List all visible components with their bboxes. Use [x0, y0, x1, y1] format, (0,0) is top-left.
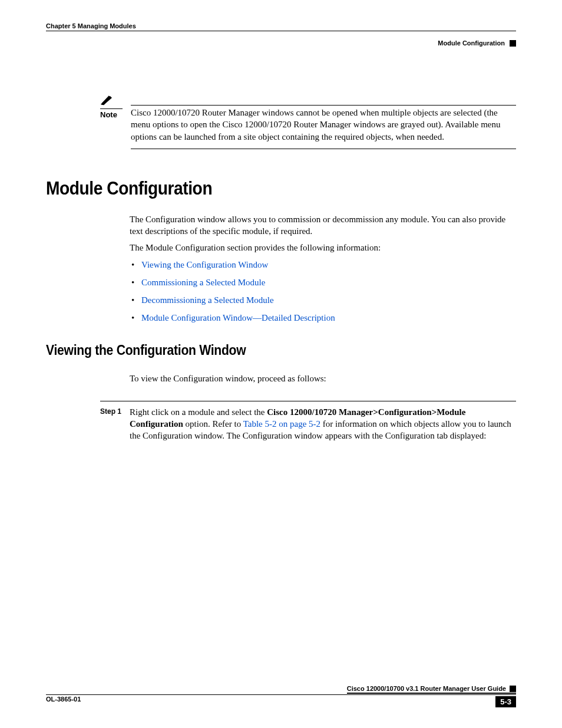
page-footer: OL-3865-01 Cisco 12000/10700 v3.1 Router… — [46, 685, 516, 707]
footer-marker-icon — [510, 686, 516, 692]
note-label: Note — [100, 108, 123, 119]
link-detailed-description[interactable]: Module Configuration Window—Detailed Des… — [141, 313, 335, 322]
step-1-block: Step 1 Right click on a module and selec… — [100, 401, 516, 442]
step-1-pre-text: Right click on a module and select the — [130, 407, 267, 417]
bullet-item: Decommissioning a Selected Module — [130, 294, 516, 306]
step-1-mid-text: option. Refer to — [183, 419, 243, 429]
heading-viewing-config-window: Viewing the Configuration Window — [46, 342, 459, 358]
header-marker-icon — [510, 40, 516, 47]
note-text: Cisco 12000/10720 Router Manager windows… — [131, 107, 516, 143]
footer-ol-number: OL-3865-01 — [46, 685, 81, 703]
intro-paragraph-2: The Module Configuration section provide… — [130, 242, 516, 253]
link-commissioning[interactable]: Commissioning a Selected Module — [141, 278, 265, 287]
intro-paragraph-1: The Configuration window allows you to c… — [130, 213, 516, 238]
page-header: Chapter 5 Managing Modules — [46, 22, 516, 31]
link-table-ref[interactable]: Table 5-2 on page 5-2 — [243, 419, 320, 429]
link-viewing-config[interactable]: Viewing the Configuration Window — [141, 260, 268, 269]
footer-guide-title: Cisco 12000/10700 v3.1 Router Manager Us… — [347, 685, 506, 692]
bullet-list: Viewing the Configuration Window Commiss… — [130, 259, 516, 324]
step-1-label: Step 1 — [100, 406, 130, 416]
link-decommissioning[interactable]: Decommissioning a Selected Module — [141, 295, 274, 305]
header-section-row: Module Configuration — [46, 39, 516, 47]
bullet-item: Commissioning a Selected Module — [130, 276, 516, 288]
step-1-text: Right click on a module and select the C… — [130, 406, 516, 442]
header-section: Module Configuration — [438, 39, 505, 47]
heading-module-configuration: Module Configuration — [46, 177, 459, 199]
page-number: 5-3 — [495, 696, 516, 707]
header-chapter: Chapter 5 Managing Modules — [46, 22, 136, 29]
bullet-item: Module Configuration Window—Detailed Des… — [130, 312, 516, 324]
intro-paragraph-3: To view the Configuration window, procee… — [130, 373, 516, 384]
bullet-item: Viewing the Configuration Window — [130, 259, 516, 271]
note-block: Note Cisco 12000/10720 Router Manager wi… — [100, 95, 516, 149]
pen-icon — [100, 95, 130, 108]
